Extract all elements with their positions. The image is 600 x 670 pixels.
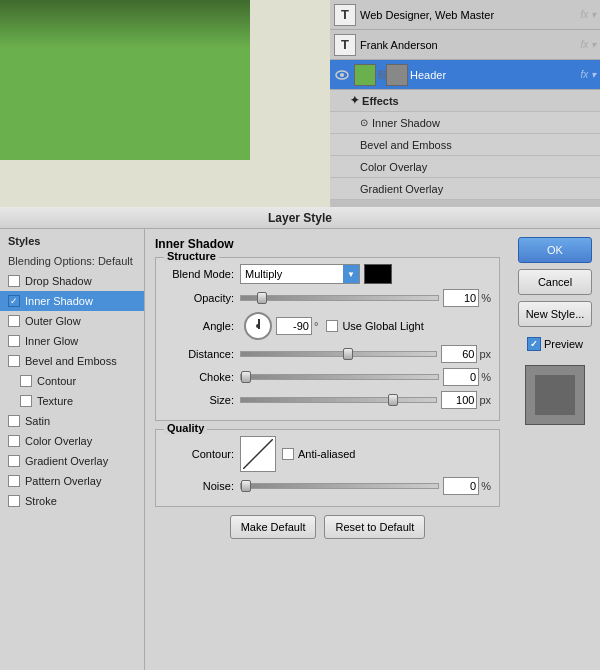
gradient-overlay-checkbox[interactable]	[8, 455, 20, 467]
layer-type-icon: T	[334, 4, 356, 26]
ok-button[interactable]: OK	[518, 237, 592, 263]
inner-glow-checkbox[interactable]	[8, 335, 20, 347]
blend-mode-dropdown[interactable]: Multiply ▼	[240, 264, 360, 284]
angle-unit: °	[314, 320, 318, 332]
angle-row: Angle: ° Use Global Light	[164, 312, 491, 340]
blend-mode-label: Blend Mode:	[164, 268, 234, 280]
angle-dial[interactable]	[244, 312, 272, 340]
choke-input[interactable]	[443, 368, 479, 386]
anti-aliased-label[interactable]: Anti-aliased	[282, 448, 355, 460]
opacity-input[interactable]	[443, 289, 479, 307]
choke-slider-thumb[interactable]	[241, 371, 251, 383]
effect-color-overlay[interactable]: Color Overlay	[330, 156, 600, 178]
use-global-light-checkbox[interactable]	[326, 320, 338, 332]
effect-eye-inner-shadow: ⊙	[360, 117, 368, 128]
bottom-buttons: Make Default Reset to Default	[155, 515, 500, 539]
blend-mode-row: Blend Mode: Multiply ▼	[164, 264, 491, 284]
noise-slider-thumb[interactable]	[241, 480, 251, 492]
reset-to-default-button[interactable]: Reset to Default	[324, 515, 425, 539]
size-slider-thumb[interactable]	[388, 394, 398, 406]
layer-row-frank-anderson[interactable]: T Frank Anderson fx ▾	[330, 30, 600, 60]
use-global-light-text: Use Global Light	[342, 320, 423, 332]
preview-checkbox[interactable]: ✓	[527, 337, 541, 351]
sidebar-item-pattern-overlay[interactable]: Pattern Overlay	[0, 471, 144, 491]
sidebar-item-texture[interactable]: Texture	[0, 391, 144, 411]
choke-label: Choke:	[164, 371, 234, 383]
size-slider-container: px	[240, 391, 491, 409]
layer-name-web-designer: Web Designer, Web Master	[360, 9, 576, 21]
canvas-area	[0, 0, 330, 207]
sidebar-item-gradient-overlay[interactable]: Gradient Overlay	[0, 451, 144, 471]
sidebar-item-contour[interactable]: Contour	[0, 371, 144, 391]
new-style-button[interactable]: New Style...	[518, 301, 592, 327]
effect-inner-shadow[interactable]: ⊙ Inner Shadow	[330, 112, 600, 134]
opacity-slider-thumb[interactable]	[257, 292, 267, 304]
contour-preview[interactable]	[240, 436, 276, 472]
size-row: Size: px	[164, 391, 491, 409]
opacity-slider-container: %	[240, 289, 491, 307]
effects-label: ✦ Effects	[330, 90, 600, 112]
sidebar-item-satin[interactable]: Satin	[0, 411, 144, 431]
choke-slider-track[interactable]	[240, 374, 439, 380]
effects-section: ✦ Effects ⊙ Inner Shadow Bevel and Embos…	[330, 90, 600, 200]
layer-type-icon-frank: T	[334, 34, 356, 56]
noise-slider-container: %	[240, 477, 491, 495]
stroke-checkbox[interactable]	[8, 495, 20, 507]
sidebar-item-blending[interactable]: Blending Options: Default	[0, 251, 144, 271]
opacity-slider-track[interactable]	[240, 295, 439, 301]
size-slider-track[interactable]	[240, 397, 437, 403]
make-default-button[interactable]: Make Default	[230, 515, 317, 539]
distance-slider-track[interactable]	[240, 351, 437, 357]
svg-point-1	[340, 73, 344, 77]
preview-checkmark: ✓	[530, 339, 538, 349]
sidebar-item-stroke[interactable]: Stroke	[0, 491, 144, 511]
size-input[interactable]	[441, 391, 477, 409]
sidebar-item-outer-glow[interactable]: Outer Glow	[0, 311, 144, 331]
blend-color-swatch[interactable]	[364, 264, 392, 284]
anti-aliased-checkbox[interactable]	[282, 448, 294, 460]
cancel-button[interactable]: Cancel	[518, 269, 592, 295]
sidebar-item-drop-shadow[interactable]: Drop Shadow	[0, 271, 144, 291]
opacity-unit: %	[481, 292, 491, 304]
structure-label: Structure	[164, 250, 219, 262]
noise-slider-track[interactable]	[240, 483, 439, 489]
noise-input[interactable]	[443, 477, 479, 495]
angle-input[interactable]	[276, 317, 312, 335]
distance-slider-container: px	[240, 345, 491, 363]
satin-checkbox[interactable]	[8, 415, 20, 427]
dialog-title-bar: Layer Style	[0, 207, 600, 229]
layer-thumb-mask	[386, 64, 408, 86]
main-content: Inner Shadow Structure Blend Mode: Multi…	[145, 229, 510, 670]
sidebar-item-bevel-emboss[interactable]: Bevel and Emboss	[0, 351, 144, 371]
drop-shadow-checkbox[interactable]	[8, 275, 20, 287]
layer-thumb-green	[354, 64, 376, 86]
effect-bevel-emboss[interactable]: Bevel and Emboss	[330, 134, 600, 156]
distance-unit: px	[479, 348, 491, 360]
pattern-overlay-checkbox[interactable]	[8, 475, 20, 487]
effect-gradient-overlay[interactable]: Gradient Overlay	[330, 178, 600, 200]
eye-icon-header[interactable]	[334, 67, 350, 83]
effects-icon: ✦	[350, 94, 359, 107]
dialog-body: Styles Blending Options: Default Drop Sh…	[0, 229, 600, 670]
angle-label: Angle:	[164, 320, 234, 332]
preview-label: Preview	[544, 338, 583, 350]
distance-input[interactable]	[441, 345, 477, 363]
contour-checkbox[interactable]	[20, 375, 32, 387]
quality-label: Quality	[164, 422, 207, 434]
layer-row-web-designer[interactable]: T Web Designer, Web Master fx ▾	[330, 0, 600, 30]
inner-shadow-checkbox[interactable]	[8, 295, 20, 307]
distance-slider-thumb[interactable]	[343, 348, 353, 360]
sidebar-item-inner-shadow[interactable]: Inner Shadow	[0, 291, 144, 311]
size-label: Size:	[164, 394, 234, 406]
outer-glow-checkbox[interactable]	[8, 315, 20, 327]
layer-row-header[interactable]: ⛓ Header fx ▾	[330, 60, 600, 90]
use-global-light-label[interactable]: Use Global Light	[326, 320, 423, 332]
canvas-shadow	[0, 0, 250, 160]
texture-checkbox[interactable]	[20, 395, 32, 407]
preview-inner	[535, 375, 575, 415]
sidebar-item-color-overlay[interactable]: Color Overlay	[0, 431, 144, 451]
sidebar-item-inner-glow[interactable]: Inner Glow	[0, 331, 144, 351]
contour-svg	[243, 439, 273, 469]
bevel-emboss-checkbox[interactable]	[8, 355, 20, 367]
color-overlay-checkbox[interactable]	[8, 435, 20, 447]
